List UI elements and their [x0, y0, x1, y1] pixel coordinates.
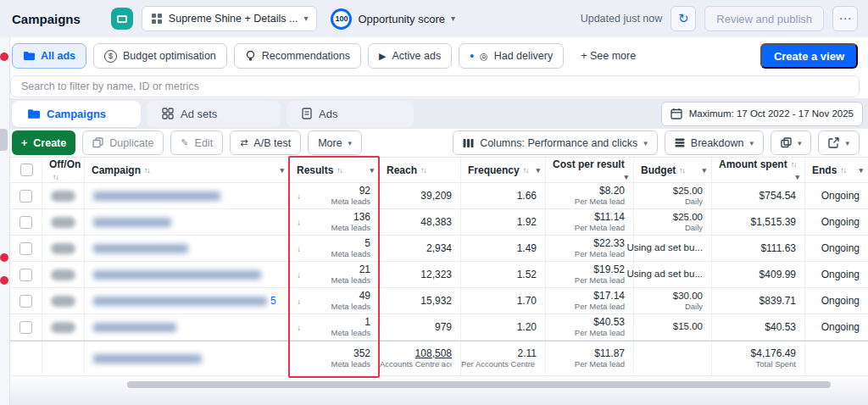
- amount-spent-cell: $40.53: [712, 314, 805, 340]
- budget-cell: $25.00Daily: [634, 209, 712, 235]
- budget-cell: $30.00Daily: [634, 288, 712, 313]
- summary-ends-cell: [805, 341, 868, 375]
- grid-icon: [151, 13, 163, 25]
- download-icon[interactable]: ↓: [297, 244, 301, 253]
- column-header-results[interactable]: Results↑↓▾: [290, 158, 380, 182]
- column-header-frequency[interactable]: Frequency↑↓▾: [461, 158, 546, 182]
- results-cell: ↓1Meta leads: [290, 314, 380, 340]
- business-app-icon[interactable]: [111, 8, 133, 30]
- filter-budget-optimisation[interactable]: $ Budget optimisation: [93, 43, 227, 69]
- off-on-cell: [42, 209, 85, 235]
- reach-cell: 48,383: [380, 209, 461, 235]
- off-on-cell: [42, 288, 85, 313]
- see-more-filters[interactable]: + See more: [570, 43, 646, 69]
- campaign-toggle[interactable]: [51, 217, 75, 228]
- campaign-row[interactable]: ↓21Meta leads 12,323 1.52 $19.52Per Meta…: [10, 262, 868, 288]
- row-checkbox[interactable]: [19, 295, 32, 308]
- campaign-name-cell[interactable]: [85, 236, 290, 261]
- more-button[interactable]: More ▾: [308, 130, 362, 155]
- sort-icon: ↑↓: [420, 166, 426, 175]
- redacted-campaign-name: [93, 270, 261, 280]
- download-icon[interactable]: ↓: [297, 270, 301, 280]
- column-header-budget[interactable]: Budget↑↓▾: [634, 158, 712, 182]
- column-header-ends[interactable]: Ends↑↓▾: [805, 158, 868, 182]
- campaign-row[interactable]: ↓136Meta leads 48,383 1.92 $11.14Per Met…: [10, 209, 868, 236]
- top-bar-actions: Updated just now ↻ Review and publish ⋯: [581, 6, 858, 31]
- download-icon[interactable]: ↓: [297, 297, 301, 306]
- column-header-reach[interactable]: Reach↑↓: [380, 158, 461, 182]
- chevron-down-icon: ▾: [280, 166, 284, 175]
- nav-edge-button[interactable]: [0, 129, 8, 151]
- off-on-cell: [42, 236, 85, 261]
- more-options-button[interactable]: ⋯: [832, 6, 858, 31]
- row-checkbox[interactable]: [19, 269, 32, 281]
- main-content: Campaigns Supreme Shine + Details ... ▾ …: [0, 0, 868, 376]
- download-icon[interactable]: ↓: [297, 323, 301, 332]
- account-selector[interactable]: Supreme Shine + Details ... ▾: [142, 6, 318, 31]
- row-checkbox[interactable]: [19, 242, 32, 255]
- breakdown-button[interactable]: Breakdown ▾: [665, 130, 764, 155]
- column-header-off-on[interactable]: Off/On↑↓: [42, 158, 85, 182]
- campaign-name-cell[interactable]: [85, 314, 290, 340]
- edit-button[interactable]: ✎ Edit: [170, 130, 223, 155]
- campaign-name-cell[interactable]: 5: [85, 288, 290, 313]
- frequency-cell: 1.20: [461, 314, 546, 340]
- charts-button[interactable]: ▾: [771, 130, 812, 155]
- row-select-cell: [10, 183, 42, 208]
- filter-recommendations[interactable]: Recommendations: [234, 43, 361, 69]
- download-icon[interactable]: ↓: [297, 218, 301, 227]
- horizontal-scrollbar[interactable]: [127, 381, 831, 388]
- cost-per-result-cell: $19.52Per Meta lead: [546, 262, 634, 287]
- column-header-amount-spent[interactable]: Amount spent↑↓▾: [712, 158, 805, 182]
- notification-dot: [0, 253, 8, 262]
- redacted-campaign-name: [93, 218, 171, 227]
- row-checkbox[interactable]: [19, 321, 32, 334]
- campaign-toggle[interactable]: [51, 269, 75, 280]
- campaign-row[interactable]: ↓5Meta leads 2,934 1.49 $22.33Per Meta l…: [10, 236, 868, 262]
- date-range-selector[interactable]: Maximum: 17 Oct 2022 - 17 Nov 2025: [661, 102, 863, 126]
- column-header-cost-per-result[interactable]: Cost per result▾: [546, 158, 634, 182]
- filter-all-ads[interactable]: All ads: [12, 43, 86, 69]
- columns-button[interactable]: Columns: Performance and clicks ▾: [453, 130, 658, 155]
- sort-icon: ↑↓: [53, 173, 58, 181]
- tab-campaigns[interactable]: Campaigns: [12, 101, 141, 127]
- campaign-toggle[interactable]: [51, 243, 75, 254]
- create-view-button[interactable]: Create a view: [760, 43, 858, 69]
- column-header-campaign[interactable]: Campaign↑↓▾: [85, 158, 290, 182]
- campaign-toggle[interactable]: [51, 322, 75, 333]
- campaign-row[interactable]: 5 ↓49Meta leads 15,932 1.70 $17.14Per Me…: [10, 288, 868, 314]
- account-name: Supreme Shine + Details ...: [169, 13, 298, 25]
- campaign-row[interactable]: ↓92Meta leads 39,209 1.66 $8.20Per Meta …: [10, 183, 868, 209]
- campaign-toggle[interactable]: [51, 191, 75, 202]
- search-input[interactable]: Search to filter by name, ID or metrics: [10, 75, 860, 97]
- row-select-cell: [10, 288, 42, 313]
- refresh-icon: ↻: [678, 11, 689, 26]
- create-button[interactable]: + Create: [12, 130, 75, 155]
- row-checkbox[interactable]: [19, 190, 32, 202]
- campaign-name-cell[interactable]: [85, 262, 290, 287]
- row-checkbox[interactable]: [19, 216, 32, 229]
- grid-icon: [162, 108, 174, 119]
- campaign-name-cell[interactable]: [85, 183, 290, 208]
- delivery-target-icon: ◎: [480, 52, 488, 61]
- duplicate-button[interactable]: Duplicate: [82, 130, 164, 155]
- tab-ads[interactable]: Ads: [287, 101, 414, 127]
- campaign-toggle[interactable]: [51, 296, 75, 307]
- select-all-checkbox[interactable]: [20, 164, 33, 176]
- sort-icon: ↑↓: [337, 166, 342, 175]
- tab-ad-sets[interactable]: Ad sets: [147, 101, 281, 127]
- campaign-row[interactable]: ↓1Meta leads 979 1.20 $40.53Per Meta lea…: [10, 314, 868, 341]
- download-icon[interactable]: ↓: [297, 191, 301, 201]
- ab-test-button[interactable]: ⇄ A/B test: [230, 130, 301, 155]
- search-row: Search to filter by name, ID or metrics: [0, 75, 868, 98]
- filter-active-ads[interactable]: ▶ Active ads: [368, 43, 452, 69]
- filter-had-delivery[interactable]: • ◎ Had delivery: [459, 43, 564, 69]
- chevron-down-icon: ▾: [845, 139, 849, 147]
- opportunity-score[interactable]: 100 Opportunity score ▾: [331, 8, 455, 30]
- refresh-button[interactable]: ↻: [670, 6, 696, 31]
- redacted-summary-label: [93, 354, 202, 363]
- review-publish-button[interactable]: Review and publish: [704, 6, 824, 31]
- export-button[interactable]: ▾: [818, 130, 860, 155]
- results-cell: ↓49Meta leads: [290, 288, 380, 313]
- campaign-name-cell[interactable]: [85, 209, 290, 235]
